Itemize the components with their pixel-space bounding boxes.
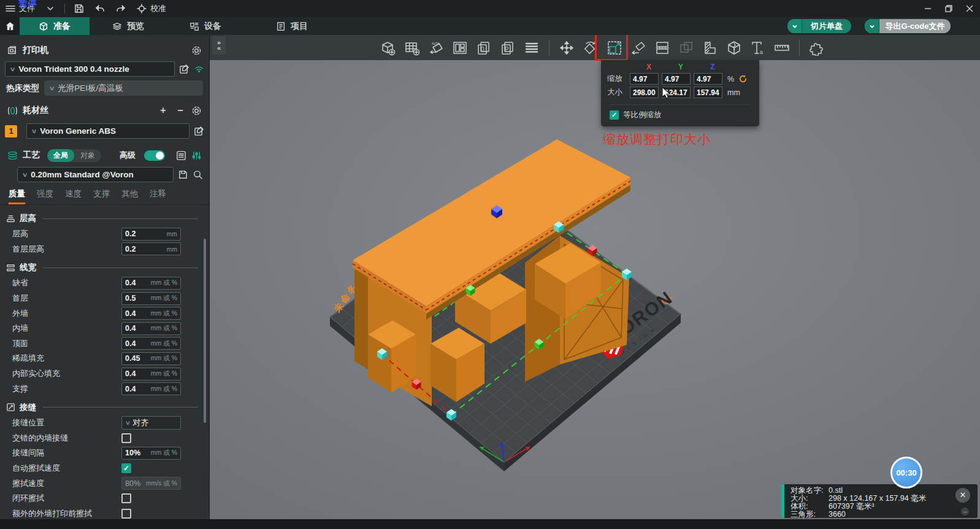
minimize-button[interactable] xyxy=(917,0,938,17)
param-input[interactable]: 0.45mm 或 % xyxy=(121,352,181,365)
arrange-icon[interactable] xyxy=(451,39,469,57)
process-preset-select[interactable]: ∨ 0.20mm Standard @Voron xyxy=(17,167,174,182)
section-title: 层高 xyxy=(20,213,36,224)
param-tab-3[interactable]: 速度 xyxy=(65,188,82,204)
param-input[interactable]: 0.5mm 或 % xyxy=(121,292,181,305)
param-row: 内部实心填充0.4mm 或 % xyxy=(5,366,201,382)
clone-plate-0-icon[interactable]: 0 xyxy=(475,39,493,57)
param-input[interactable]: 10%mm 或 % xyxy=(121,447,181,460)
filament-slot-badge[interactable]: 1 xyxy=(5,125,17,137)
chevron-down-icon: ∨ xyxy=(22,171,28,178)
param-input[interactable]: 0.2mm xyxy=(121,242,181,255)
auto-orient-icon[interactable]: AUTO xyxy=(427,39,445,57)
filament-preset-select[interactable]: ∨ Voron Generic ABS xyxy=(26,123,189,139)
param-tab-5[interactable]: 其他 xyxy=(121,188,138,204)
param-input[interactable]: 0.4mm 或 % xyxy=(121,277,181,290)
export-options-chevron-icon[interactable] xyxy=(865,19,879,33)
tab-prepare[interactable]: 准备 xyxy=(20,17,90,35)
wifi-icon[interactable] xyxy=(194,64,204,74)
param-select[interactable]: ∨对齐 xyxy=(121,416,181,430)
filament-settings-gear-icon[interactable] xyxy=(191,106,202,116)
parameter-list-icon[interactable] xyxy=(176,150,186,161)
slice-plate-button[interactable]: 切片单盘 xyxy=(787,19,851,33)
home-button[interactable] xyxy=(0,17,20,35)
clone-plate-p-icon[interactable]: P xyxy=(499,39,517,57)
object-list-icon[interactable] xyxy=(523,39,541,57)
save-button[interactable] xyxy=(69,0,90,17)
param-tab-1[interactable]: 质量 xyxy=(9,188,25,204)
reset-scale-icon[interactable] xyxy=(738,74,748,83)
param-input[interactable]: 0.4mm 或 % xyxy=(121,307,181,320)
mesh-repair-tool-icon[interactable] xyxy=(725,39,743,57)
param-checkbox[interactable] xyxy=(121,493,131,503)
calibrate-button[interactable]: 校准 xyxy=(131,0,171,17)
param-input[interactable]: 0.4mm 或 % xyxy=(121,382,181,395)
param-input[interactable]: 0.4mm 或 % xyxy=(121,368,181,380)
redo-button[interactable] xyxy=(110,0,131,17)
close-button[interactable] xyxy=(959,0,980,17)
param-label: 内墙 xyxy=(12,323,121,334)
sidebar-collapse-button[interactable]: »« xyxy=(212,36,226,55)
param-checkbox[interactable] xyxy=(121,509,131,519)
add-plate-icon[interactable] xyxy=(403,39,421,57)
param-input[interactable]: 80%mm/s 或 % xyxy=(121,477,181,490)
param-row: 顶面0.4mm 或 % xyxy=(5,336,201,352)
tab-project[interactable]: 项目 xyxy=(260,17,324,35)
mesh-boolean-tool-icon[interactable] xyxy=(677,39,695,57)
param-tab-4[interactable]: 支撑 xyxy=(93,188,110,204)
scale-y-input[interactable] xyxy=(662,73,691,85)
slice-options-chevron-icon[interactable] xyxy=(787,19,802,33)
printer-preset-select[interactable]: ∨ Voron Trident 300 0.4 nozzle xyxy=(5,61,175,77)
section-title: 线宽 xyxy=(20,262,36,273)
param-input[interactable]: 0.4mm 或 % xyxy=(121,322,181,335)
param-tab-2[interactable]: 强度 xyxy=(37,188,53,204)
lay-on-face-tool-icon[interactable] xyxy=(629,39,648,57)
size-z-input[interactable] xyxy=(694,87,722,98)
move-tool-icon[interactable] xyxy=(557,39,576,57)
advanced-toggle[interactable] xyxy=(144,150,165,161)
param-input[interactable]: 0.4mm 或 % xyxy=(121,337,181,350)
restore-button[interactable] xyxy=(938,0,959,17)
sidebar-scrollbar[interactable] xyxy=(205,205,208,500)
scale-row-label: 缩放 xyxy=(607,74,627,84)
search-icon[interactable] xyxy=(193,169,203,180)
info-minimize-icon[interactable]: – xyxy=(961,508,969,515)
edit-filament-icon[interactable] xyxy=(194,126,204,136)
param-input[interactable]: 0.2mm xyxy=(121,228,181,241)
recording-timer: 00:30 xyxy=(890,457,922,488)
tab-device[interactable]: 设备 xyxy=(173,17,238,35)
file-menu-dropdown[interactable] xyxy=(40,0,61,17)
scale-z-input[interactable] xyxy=(694,73,722,85)
add-object-icon[interactable] xyxy=(379,39,397,57)
param-tab-6[interactable]: 注释 xyxy=(150,188,166,204)
tab-prepare-label: 准备 xyxy=(53,21,71,32)
add-filament-button[interactable]: + xyxy=(157,104,169,117)
save-preset-icon[interactable] xyxy=(178,169,188,180)
param-row: 首层0.5mm 或 % xyxy=(5,291,201,306)
tab-preview[interactable]: 预览 xyxy=(92,17,164,35)
param-checkbox[interactable]: ✓ xyxy=(121,463,131,473)
edit-printer-icon[interactable] xyxy=(179,64,189,74)
param-checkbox[interactable] xyxy=(121,433,131,443)
bed-type-select[interactable]: ∨ 光滑PEI板/高温板 xyxy=(44,80,203,96)
remove-filament-button[interactable]: − xyxy=(174,104,186,117)
param-label: 交错的内墙接缝 xyxy=(12,433,121,444)
scale-unit-label: % xyxy=(727,75,734,83)
export-gcode-button[interactable]: 导出G-code文件 xyxy=(865,19,951,33)
scale-x-input[interactable] xyxy=(630,73,659,85)
text-tool-icon[interactable]: a xyxy=(749,39,767,57)
scope-object-pill[interactable]: 对象 xyxy=(74,149,101,162)
parameter-tune-icon[interactable] xyxy=(191,150,202,161)
undo-button[interactable] xyxy=(90,0,110,17)
scope-global-pill[interactable]: 全局 xyxy=(47,149,74,162)
support-paint-tool-icon[interactable] xyxy=(701,39,719,57)
section-header-line-width: 线宽 xyxy=(6,262,201,273)
info-close-icon[interactable]: ✕ xyxy=(955,488,970,503)
printer-settings-gear-icon[interactable] xyxy=(191,45,202,56)
uniform-scale-checkbox[interactable]: ✓ xyxy=(610,110,619,120)
cut-tool-icon[interactable] xyxy=(653,39,672,57)
measure-tool-icon[interactable] xyxy=(773,39,791,57)
size-x-input[interactable] xyxy=(630,87,659,98)
assembly-view-icon[interactable] xyxy=(808,39,826,57)
param-row: 首层层高0.2mm xyxy=(5,242,201,257)
